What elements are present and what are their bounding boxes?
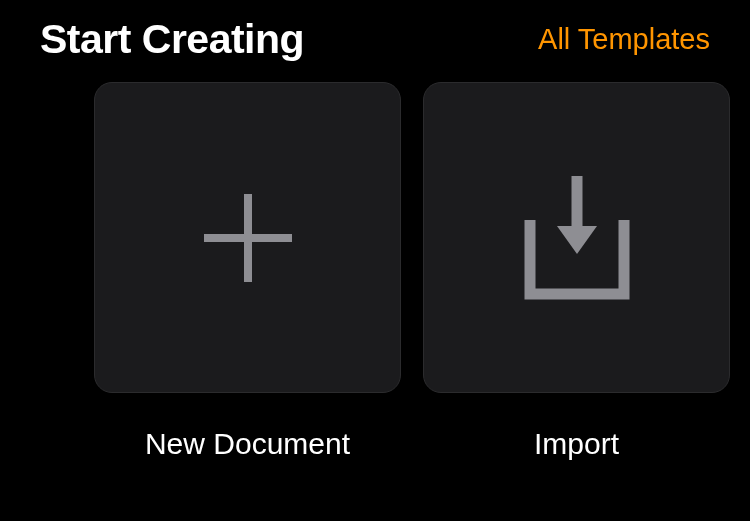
new-document-card[interactable] [94,82,401,393]
header: Start Creating All Templates [0,0,750,72]
cards-row: New Document Import [0,72,750,461]
import-label: Import [534,427,619,461]
new-document-container: New Document [94,82,401,461]
import-icon [521,174,633,302]
all-templates-link[interactable]: All Templates [538,23,710,56]
svg-marker-3 [557,226,597,254]
page-title: Start Creating [40,16,304,63]
import-card[interactable] [423,82,730,393]
plus-icon [200,190,296,286]
new-document-label: New Document [145,427,350,461]
import-container: Import [423,82,730,461]
